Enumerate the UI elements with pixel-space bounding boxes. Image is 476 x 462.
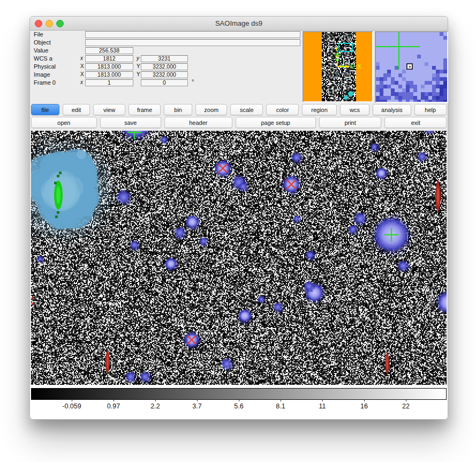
ds9-window: SAOImage ds9 File Object Value 256.538 W…	[29, 16, 448, 420]
value-field[interactable]: 256.538	[85, 47, 133, 54]
physical-label: Physical	[34, 63, 56, 70]
menu-analysis[interactable]: analysis	[373, 104, 411, 115]
frame-zoom-field[interactable]: 1	[85, 79, 133, 86]
degree-suffix: °	[192, 78, 194, 85]
menu-color[interactable]: color	[266, 104, 299, 115]
colorbar-tick	[155, 399, 156, 401]
colorbar-label: 22	[402, 403, 410, 410]
physical-x-field[interactable]: 1813.000	[85, 63, 133, 70]
frame-label: Frame 0	[34, 79, 56, 86]
colorbar-label: 2.2	[150, 403, 160, 410]
colorbar-tick	[406, 399, 406, 401]
wcs-y-field[interactable]: 3231	[141, 55, 188, 62]
colorbar-tick	[197, 399, 198, 401]
colorbar-label: -0.059	[62, 403, 81, 410]
menu-wcs[interactable]: wcs	[340, 104, 370, 115]
file-label: File	[34, 31, 43, 38]
menu-bin[interactable]: bin	[164, 104, 192, 115]
file-button-bar: open save header page setup print exit	[31, 117, 447, 128]
menu-view[interactable]: view	[93, 104, 125, 115]
panner-canvas[interactable]	[304, 32, 372, 101]
colorbar-tick	[239, 399, 239, 401]
print-button[interactable]: print	[319, 117, 382, 128]
save-button[interactable]: save	[100, 117, 162, 128]
menu-scale[interactable]: scale	[230, 104, 262, 115]
magnifier-canvas[interactable]	[376, 32, 447, 102]
image-y-field[interactable]: 3232.000	[141, 71, 188, 78]
object-field[interactable]	[85, 39, 300, 46]
image-label: Image	[34, 71, 50, 78]
object-label: Object	[34, 39, 51, 46]
exit-button[interactable]: exit	[384, 117, 447, 128]
open-button[interactable]: open	[31, 117, 97, 128]
menu-bar: file edit view frame bin zoom scale colo…	[31, 104, 447, 115]
menu-file[interactable]: file	[31, 104, 59, 115]
colorbar-tick	[114, 399, 114, 401]
frame-x-sublabel: x	[80, 79, 83, 85]
header-button[interactable]: header	[164, 117, 232, 128]
physical-y-sublabel: Y	[137, 63, 140, 69]
colorbar-label: 5.6	[234, 403, 243, 410]
menu-frame[interactable]: frame	[129, 104, 161, 115]
panner[interactable]	[303, 31, 373, 102]
image-display[interactable]	[31, 131, 447, 385]
physical-y-field[interactable]: 3232.000	[141, 63, 188, 70]
image-y-sublabel: Y	[137, 71, 140, 77]
menu-edit[interactable]: edit	[63, 104, 90, 115]
colorbar-tick	[322, 399, 323, 401]
wcs-y-sublabel: y	[137, 55, 139, 61]
colorbar-label: 0.97	[107, 403, 120, 410]
menu-region[interactable]: region	[302, 104, 336, 115]
page-setup-button[interactable]: page setup	[236, 117, 316, 128]
colorbar-label: 3.7	[192, 403, 201, 410]
image-x-sublabel: X	[80, 71, 84, 77]
menu-zoom[interactable]: zoom	[195, 104, 227, 115]
wcs-x-field[interactable]: 1812	[85, 55, 133, 62]
colorbar-tick	[281, 399, 281, 401]
colorbar-label: 11	[319, 403, 326, 410]
colorbar-tick	[72, 399, 72, 401]
file-field[interactable]	[85, 31, 300, 38]
image-x-field[interactable]: 1813.000	[85, 71, 133, 78]
window-title: SAOImage ds9	[30, 19, 448, 27]
desktop: SAOImage ds9 File Object Value 256.538 W…	[0, 0, 476, 462]
colorbar-label: 8.1	[276, 403, 285, 410]
physical-x-sublabel: X	[80, 63, 84, 69]
colorbar-gradient[interactable]	[31, 388, 447, 400]
titlebar[interactable]: SAOImage ds9	[30, 17, 448, 31]
colorbar-panel: -0.059 0.97 2.2 3.7 5.6 8.1 11 16 22	[30, 385, 448, 419]
menu-help[interactable]: help	[414, 104, 447, 115]
wcs-label: WCS a	[34, 55, 52, 62]
magnifier[interactable]	[375, 31, 448, 103]
frame-rotate-field[interactable]: 0	[141, 79, 188, 86]
colorbar-label: 16	[360, 403, 368, 410]
value-label: Value	[34, 47, 48, 54]
wcs-x-sublabel: x	[80, 55, 83, 61]
colorbar-tick	[364, 399, 365, 401]
